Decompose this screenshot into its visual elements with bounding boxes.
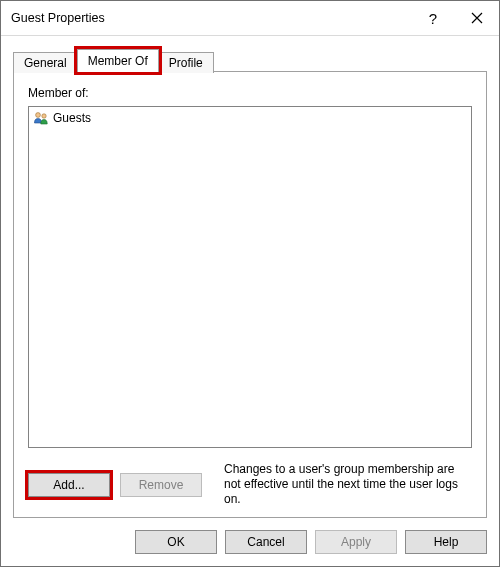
tab-general[interactable]: General xyxy=(13,52,78,73)
tab-panel-member-of: Member of: Guests Add. xyxy=(13,71,487,518)
svg-point-1 xyxy=(42,114,46,118)
button-label: OK xyxy=(167,535,184,549)
tabstrip: General Member Of Profile xyxy=(13,48,487,72)
list-item[interactable]: Guests xyxy=(31,109,469,127)
group-icon xyxy=(33,110,49,126)
help-button[interactable]: Help xyxy=(405,530,487,554)
button-label: Cancel xyxy=(247,535,284,549)
tab-member-of[interactable]: Member Of xyxy=(77,49,159,72)
tab-label: General xyxy=(24,56,67,70)
svg-point-0 xyxy=(36,113,41,118)
dialog-window: Guest Properties ? General Member Of Pro… xyxy=(0,0,500,567)
apply-button: Apply xyxy=(315,530,397,554)
tab-label: Member Of xyxy=(88,54,148,68)
memberof-listbox[interactable]: Guests xyxy=(28,106,472,448)
button-label: Add... xyxy=(53,478,84,492)
window-title: Guest Properties xyxy=(11,11,105,25)
tab-profile[interactable]: Profile xyxy=(158,52,214,73)
button-label: Remove xyxy=(139,478,184,492)
help-icon[interactable]: ? xyxy=(411,1,455,35)
hint-text: Changes to a user's group membership are… xyxy=(224,462,472,507)
panel-actions-row: Add... Remove Changes to a user's group … xyxy=(28,462,472,507)
button-label: Help xyxy=(434,535,459,549)
add-button[interactable]: Add... xyxy=(28,473,110,497)
client-area: General Member Of Profile Member of: xyxy=(1,36,499,518)
tab-label: Profile xyxy=(169,56,203,70)
titlebar: Guest Properties ? xyxy=(1,1,499,36)
button-label: Apply xyxy=(341,535,371,549)
ok-button[interactable]: OK xyxy=(135,530,217,554)
close-icon[interactable] xyxy=(455,1,499,35)
remove-button: Remove xyxy=(120,473,202,497)
memberof-label: Member of: xyxy=(28,86,472,100)
list-item-label: Guests xyxy=(53,111,91,125)
cancel-button[interactable]: Cancel xyxy=(225,530,307,554)
dialog-footer: OK Cancel Apply Help xyxy=(1,518,499,566)
